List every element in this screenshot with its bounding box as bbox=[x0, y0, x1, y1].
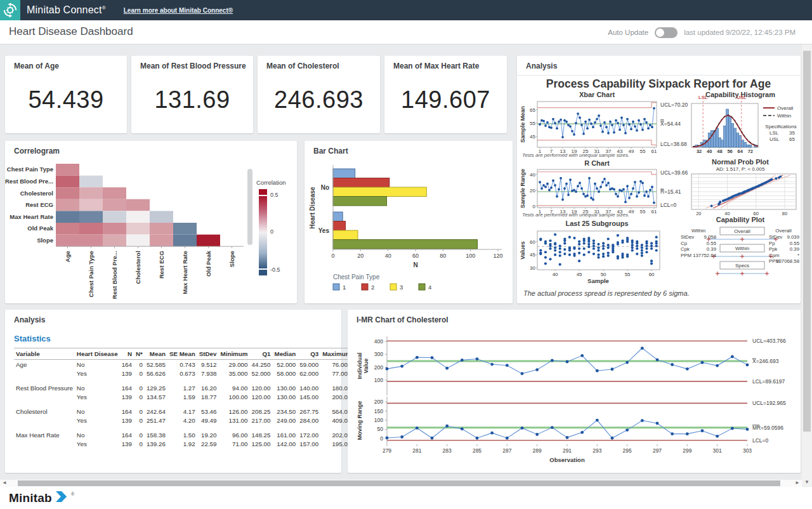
svg-text:USL: USL bbox=[737, 95, 746, 100]
svg-text:50: 50 bbox=[601, 272, 606, 277]
colorbar-tick-neg05: -0.5 bbox=[270, 267, 280, 273]
svg-text:UCL=403.766: UCL=403.766 bbox=[752, 338, 786, 344]
correlation-colorbar bbox=[259, 189, 267, 275]
sixpack-panel-title: Analysis bbox=[526, 62, 557, 70]
svg-text:295: 295 bbox=[623, 447, 632, 454]
svg-text:Sample Mean: Sample Mean bbox=[520, 106, 526, 143]
sixpack-svg: Process Capability Sixpack Report for Ag… bbox=[517, 75, 801, 301]
stats-col-header: N bbox=[120, 348, 134, 360]
correlogram-title: Correlogram bbox=[14, 147, 60, 155]
statistics-table: VariableHeart DiseaseNN*MeanSE MeanStDev… bbox=[14, 348, 335, 448]
svg-text:Slope: Slope bbox=[228, 251, 235, 267]
svg-text:LCL=38.68: LCL=38.68 bbox=[660, 141, 687, 147]
svg-text:137752.64: 137752.64 bbox=[693, 253, 717, 258]
scroll-down-arrow-icon[interactable]: ▼ bbox=[804, 479, 809, 485]
stats-table-row: AgeNo164052.5850.7439.51229.00044.25052.… bbox=[14, 360, 353, 369]
svg-text:150: 150 bbox=[374, 408, 383, 414]
imr-svg: 100200300400UCL=403.766X=246.693LCL=89.6… bbox=[348, 326, 801, 471]
kpi-value: 246.693 bbox=[258, 86, 380, 114]
svg-text:IndividualValue: IndividualValue bbox=[357, 352, 369, 379]
auto-update-toggle[interactable] bbox=[655, 27, 678, 38]
minitab-connect-logo-icon bbox=[0, 0, 20, 20]
svg-text:Cpm: Cpm bbox=[769, 253, 779, 258]
svg-text:Within: Within bbox=[735, 246, 749, 251]
svg-text:65: 65 bbox=[530, 107, 535, 113]
svg-text:Sample: Sample bbox=[587, 277, 609, 284]
svg-text:Last 25 Subgroups: Last 25 Subgroups bbox=[565, 220, 628, 227]
svg-text:281: 281 bbox=[412, 447, 421, 454]
scroll-left-arrow-icon[interactable]: ◄ bbox=[2, 480, 7, 486]
svg-text:299: 299 bbox=[683, 447, 691, 454]
svg-text:32: 32 bbox=[697, 149, 702, 154]
kpi-title: Mean of Max Heart Rate bbox=[393, 62, 479, 70]
svg-text:Cp: Cp bbox=[681, 241, 688, 246]
svg-text:9.039: 9.039 bbox=[787, 234, 799, 240]
footer: Minitab ® bbox=[0, 487, 812, 509]
svg-text:80: 80 bbox=[782, 211, 787, 216]
stats-col-header: Mean bbox=[145, 348, 167, 360]
kpi-value: 131.69 bbox=[131, 86, 253, 114]
svg-text:Values: Values bbox=[520, 241, 526, 260]
kpi-card-mean-cholesterol: Mean of Cholesterol 246.693 bbox=[258, 56, 380, 133]
svg-text:Old Peak: Old Peak bbox=[27, 225, 53, 232]
svg-text:1: 1 bbox=[343, 284, 346, 291]
svg-text:50: 50 bbox=[377, 426, 384, 432]
learn-more-link[interactable]: Learn more about Minitab Connect® bbox=[124, 7, 233, 14]
statistics-analysis-card: Analysis Statistics VariableHeart Diseas… bbox=[5, 310, 341, 473]
svg-text:0.39: 0.39 bbox=[790, 246, 799, 252]
vertical-scrollbar[interactable]: ▼ bbox=[802, 44, 812, 486]
svg-text:289: 289 bbox=[533, 447, 542, 454]
brand-reg-mark: ® bbox=[102, 5, 106, 11]
svg-text:55: 55 bbox=[640, 209, 646, 215]
svg-text:Rest ECG: Rest ECG bbox=[25, 201, 53, 208]
horizontal-scrollbar-thumb[interactable] bbox=[18, 480, 780, 486]
svg-text:Cholesterol: Cholesterol bbox=[134, 251, 141, 284]
svg-text:200: 200 bbox=[374, 364, 383, 371]
svg-text:Specs: Specs bbox=[735, 263, 749, 268]
colorbar-tick-0: 0 bbox=[270, 228, 273, 235]
bar-chart-svg: NoYes020406080100120NHeart DiseaseChest … bbox=[304, 156, 513, 303]
svg-text:0: 0 bbox=[331, 253, 334, 259]
kpi-title: Mean of Rest Blood Pressure bbox=[140, 62, 246, 70]
svg-text:40: 40 bbox=[385, 253, 391, 259]
vertical-scrollbar-thumb[interactable] bbox=[803, 51, 811, 432]
svg-text:UCL=70.20: UCL=70.20 bbox=[660, 102, 688, 108]
svg-text:301: 301 bbox=[713, 447, 722, 454]
svg-text:35: 35 bbox=[789, 130, 795, 136]
svg-text:9.058: 9.058 bbox=[704, 234, 716, 240]
svg-text:StDev: StDev bbox=[681, 234, 694, 240]
svg-text:Rest Blood Pre...: Rest Blood Pre... bbox=[5, 178, 53, 185]
svg-text:Observation: Observation bbox=[549, 456, 585, 463]
svg-text:Chest Pain Type: Chest Pain Type bbox=[7, 166, 53, 173]
svg-text:The actual process spread is r: The actual process spread is represented… bbox=[523, 289, 690, 297]
svg-text:40: 40 bbox=[530, 172, 535, 178]
stats-col-header: Q3 bbox=[298, 348, 320, 360]
statistics-data-table: VariableHeart DiseaseNN*MeanSE MeanStDev… bbox=[14, 348, 353, 448]
svg-text:LSL: LSL bbox=[698, 95, 708, 100]
svg-text:Process Capability Sixpack Rep: Process Capability Sixpack Report for Ag… bbox=[546, 77, 771, 90]
svg-text:45: 45 bbox=[530, 134, 535, 140]
scroll-right-arrow-icon[interactable]: ► bbox=[795, 480, 800, 486]
svg-text:283: 283 bbox=[443, 447, 452, 454]
svg-text:N: N bbox=[413, 261, 417, 268]
kpi-value: 54.439 bbox=[5, 86, 127, 114]
stats-table-row: Rest Blood PressureNo1640129.251.2716.20… bbox=[14, 383, 353, 392]
svg-text:55: 55 bbox=[640, 149, 646, 154]
stats-table-row: Yes1390139.261.9222.5971.00125.00142.001… bbox=[14, 439, 353, 448]
stats-table-row: Yes139056.6260.6737.93835.00052.00058.00… bbox=[14, 369, 353, 378]
toggle-knob bbox=[656, 29, 664, 37]
correlation-legend-title: Correlation bbox=[256, 179, 285, 186]
correlogram-svg: Chest Pain TypeRest Blood Pre...Choleste… bbox=[5, 159, 258, 302]
svg-text:Overall: Overall bbox=[777, 105, 794, 111]
svg-text:Cholesterol: Cholesterol bbox=[20, 190, 53, 197]
correlogram-scrollbar[interactable] bbox=[247, 169, 252, 245]
imr-chart-card: I-MR Chart of Cholesterol 100200300400UC… bbox=[348, 310, 801, 473]
svg-text:60: 60 bbox=[530, 239, 535, 245]
svg-text:LCL=0: LCL=0 bbox=[752, 437, 769, 444]
horizontal-scrollbar[interactable]: ◄ ► bbox=[0, 480, 802, 487]
svg-text:0.55: 0.55 bbox=[707, 241, 717, 246]
svg-text:137068.58: 137068.58 bbox=[776, 258, 799, 264]
svg-text:Cpk: Cpk bbox=[681, 246, 690, 252]
stats-col-header: N* bbox=[134, 348, 145, 360]
svg-text:LCL=0: LCL=0 bbox=[660, 202, 677, 208]
